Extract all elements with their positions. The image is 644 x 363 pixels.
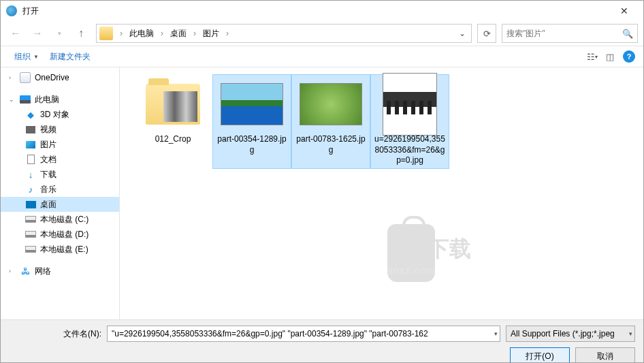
tree-pictures[interactable]: 图片 — [1, 137, 119, 152]
tree-downloads[interactable]: ↓下载 — [1, 167, 119, 182]
breadcrumb-sep: › — [117, 29, 125, 38]
toolbar: 组织 ▼ 新建文件夹 ☷ ▾ ◫ ? — [1, 46, 643, 67]
tree-desktop[interactable]: 桌面 — [1, 197, 119, 212]
navbar: ← → ▾ ↑ › 此电脑 › 桌面 › 图片 › ⌄ ⟳ 🔍 — [1, 21, 643, 46]
tree-videos[interactable]: 视频 — [1, 122, 119, 137]
file-name: part-00354-1289.jpg — [215, 134, 289, 155]
help-button[interactable]: ? — [623, 50, 635, 63]
file-list[interactable]: 012_Crop part-00354-1289.jpg part-00783-… — [120, 67, 643, 319]
file-item-image[interactable]: part-00354-1289.jpg — [212, 74, 291, 169]
search-input[interactable] — [506, 29, 622, 38]
image-thumbnail — [221, 83, 283, 125]
filename-input[interactable] — [107, 326, 500, 342]
folder-icon — [146, 84, 200, 125]
tree-drive-c[interactable]: 本地磁盘 (C:) — [1, 212, 119, 227]
file-item-image[interactable]: u=2926199504,3558053336&fm=26&gp=0.jpg — [370, 74, 449, 169]
folder-icon — [99, 27, 113, 40]
new-folder-button[interactable]: 新建文件夹 — [44, 48, 96, 65]
crumb-thispc[interactable]: 此电脑 — [127, 27, 157, 41]
preview-pane-button[interactable]: ◫ — [601, 49, 619, 64]
filename-label: 文件名(N): — [63, 328, 101, 340]
app-icon — [6, 5, 17, 16]
crumb-pictures[interactable]: 图片 — [200, 27, 222, 41]
breadcrumb[interactable]: › 此电脑 › 桌面 › 图片 › ⌄ — [96, 24, 472, 43]
tree-onedrive[interactable]: ›OneDrive — [1, 70, 119, 85]
close-button[interactable]: ✕ — [611, 1, 638, 21]
tree-drive-d[interactable]: 本地磁盘 (D:) — [1, 227, 119, 242]
recent-dropdown[interactable]: ▾ — [50, 24, 69, 43]
file-name: u=2926199504,3558053336&fm=26&gp=0.jpg — [373, 134, 447, 166]
image-thumbnail — [383, 73, 437, 136]
image-thumbnail — [300, 83, 362, 125]
main-area: ›OneDrive ⌄此电脑 ◆3D 对象 视频 图片 文档 ↓下载 ♪音乐 桌… — [1, 67, 643, 319]
forward-button[interactable]: → — [28, 24, 47, 43]
search-box[interactable]: 🔍 — [502, 24, 638, 43]
tree-documents[interactable]: 文档 — [1, 152, 119, 167]
breadcrumb-dropdown[interactable]: ⌄ — [456, 25, 468, 42]
tree-3dobjects[interactable]: ◆3D 对象 — [1, 107, 119, 122]
file-item-folder[interactable]: 012_Crop — [133, 74, 212, 169]
search-icon[interactable]: 🔍 — [622, 29, 633, 39]
tree-thispc[interactable]: ⌄此电脑 — [1, 92, 119, 107]
titlebar: 打开 ✕ — [1, 1, 643, 21]
tree-drive-e[interactable]: 本地磁盘 (E:) — [1, 242, 119, 257]
crumb-desktop[interactable]: 桌面 — [167, 27, 189, 41]
filetype-select[interactable] — [506, 326, 635, 342]
view-options-button[interactable]: ☷ ▾ — [583, 49, 601, 64]
back-button[interactable]: ← — [6, 24, 25, 43]
file-name: 012_Crop — [155, 134, 191, 145]
sidebar: ›OneDrive ⌄此电脑 ◆3D 对象 视频 图片 文档 ↓下载 ♪音乐 桌… — [1, 67, 120, 319]
tree-network[interactable]: ›🖧网络 — [1, 264, 119, 279]
file-item-image[interactable]: part-00783-1625.jpg — [291, 74, 370, 169]
watermark: 安下载 anxz.com — [379, 224, 444, 310]
footer: 文件名(N): ▾ ▾ 打开(O) 取消 — [1, 319, 643, 363]
cancel-button[interactable]: 取消 — [575, 347, 635, 363]
organize-button[interactable]: 组织 ▼ — [9, 48, 44, 65]
up-button[interactable]: ↑ — [71, 24, 91, 43]
file-name: part-00783-1625.jpg — [294, 134, 368, 155]
refresh-button[interactable]: ⟳ — [477, 24, 496, 43]
window-title: 打开 — [22, 5, 611, 17]
open-button[interactable]: 打开(O) — [510, 347, 570, 363]
tree-music[interactable]: ♪音乐 — [1, 182, 119, 197]
